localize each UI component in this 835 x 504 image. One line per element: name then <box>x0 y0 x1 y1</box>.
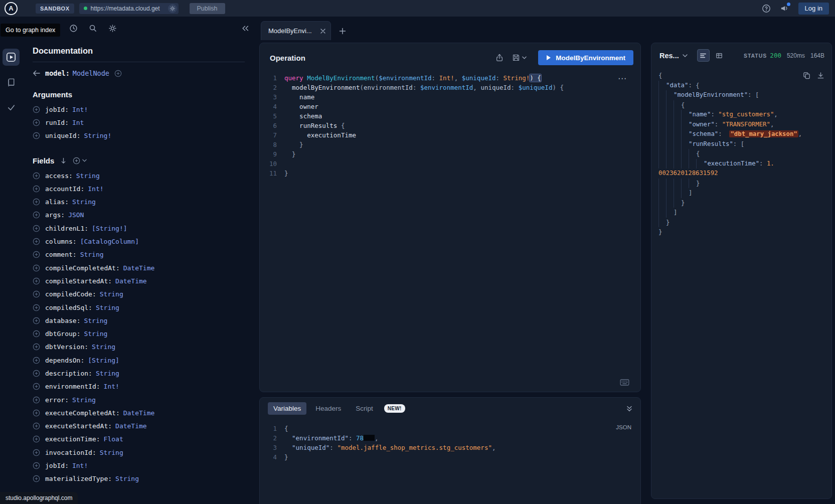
doc-field-row[interactable]: descriptionString <box>33 367 245 380</box>
doc-field-row[interactable]: materializedTypeString <box>33 472 245 485</box>
doc-field-row[interactable]: executionTimeFloat <box>33 433 245 446</box>
add-field-icon[interactable] <box>33 370 40 377</box>
code-token: query <box>284 74 303 82</box>
line-number: 7 <box>260 130 277 140</box>
add-field-icon[interactable] <box>33 330 40 338</box>
add-field-icon[interactable] <box>33 119 40 126</box>
doc-field-row[interactable]: dependsOn[String] <box>33 354 245 367</box>
collapse-panel-icon[interactable] <box>242 25 249 32</box>
save-operation-group[interactable] <box>512 54 527 62</box>
login-button[interactable]: Log in <box>798 3 829 15</box>
model-type-link[interactable]: ModelNode <box>73 69 109 77</box>
add-field-icon[interactable] <box>33 277 40 285</box>
variables-editor[interactable]: JSON 1{2 "environmentId": 78,3 "uniqueId… <box>260 418 640 504</box>
doc-field-row[interactable]: environmentIdInt! <box>33 380 245 393</box>
indent-guides <box>658 110 689 120</box>
response-chevron-icon[interactable] <box>683 54 688 57</box>
save-chevron-icon[interactable] <box>522 56 527 59</box>
add-field-icon[interactable] <box>33 475 40 482</box>
doc-field-row[interactable]: compileStartedAtDateTime <box>33 274 245 287</box>
keyboard-shortcuts-icon[interactable] <box>620 379 629 386</box>
doc-field-row[interactable]: executeCompletedAtDateTime <box>33 406 245 419</box>
add-field-icon[interactable] <box>33 462 40 469</box>
add-field-icon[interactable] <box>33 396 40 404</box>
help-icon[interactable] <box>762 4 771 13</box>
doc-field-row[interactable]: uniqueIdString! <box>33 129 245 142</box>
doc-field-row[interactable]: runIdInt <box>33 116 245 129</box>
add-field-icon[interactable] <box>33 357 40 364</box>
history-icon[interactable] <box>69 24 78 33</box>
response-title[interactable]: Res... <box>659 52 679 60</box>
doc-field-row[interactable]: dbtGroupString <box>33 327 245 340</box>
new-tab-icon[interactable] <box>339 28 346 35</box>
add-field-icon[interactable] <box>33 238 40 245</box>
add-field-icon[interactable] <box>33 211 40 219</box>
doc-field-row[interactable]: dbtVersionString <box>33 341 245 354</box>
add-field-icon[interactable] <box>33 343 40 351</box>
doc-field-row[interactable]: jobIdInt! <box>33 103 245 116</box>
endpoint-settings-icon[interactable] <box>168 4 177 13</box>
publish-button[interactable]: Publish <box>190 3 225 14</box>
add-model-icon[interactable] <box>114 70 122 77</box>
doc-field-row[interactable]: commentString <box>33 248 245 261</box>
endpoint-url-input[interactable]: https://metadata.cloud.get <box>79 3 179 14</box>
line-number: 4 <box>260 102 277 111</box>
doc-field-row[interactable]: argsJSON <box>33 209 245 222</box>
formatted-view-toggle[interactable] <box>697 49 710 62</box>
doc-field-row[interactable]: accessString <box>33 169 245 182</box>
explorer-icon[interactable] <box>3 49 20 66</box>
add-field-icon[interactable] <box>33 185 40 193</box>
checklist-icon[interactable] <box>3 99 20 116</box>
add-field-icon[interactable] <box>33 106 40 113</box>
sort-fields-icon[interactable] <box>61 157 66 164</box>
add-field-icon[interactable] <box>33 251 40 258</box>
save-icon[interactable] <box>512 54 520 62</box>
announcements-icon[interactable] <box>780 4 788 13</box>
operation-editor[interactable]: ⋯ 1query ModelByEnvironment($environment… <box>260 70 640 392</box>
add-field-icon[interactable] <box>33 132 40 139</box>
add-field-icon[interactable] <box>33 198 40 206</box>
doc-field-row[interactable]: compiledCodeString <box>33 288 245 301</box>
add-field-icon[interactable] <box>33 172 40 180</box>
download-response-icon[interactable] <box>817 72 824 79</box>
doc-field-row[interactable]: databaseString <box>33 314 245 327</box>
add-field-icon[interactable] <box>33 317 40 324</box>
search-icon[interactable] <box>89 24 97 33</box>
doc-field-row[interactable]: columns[CatalogColumn] <box>33 235 245 248</box>
apollo-logo[interactable]: A <box>5 2 18 15</box>
add-field-icon[interactable] <box>33 383 40 390</box>
add-field-icon[interactable] <box>33 449 40 456</box>
collapse-variables-icon[interactable] <box>626 406 632 412</box>
share-icon[interactable] <box>495 54 504 62</box>
doc-field-row[interactable]: jobIdInt! <box>33 459 245 472</box>
doc-field-row[interactable]: aliasString <box>33 195 245 208</box>
add-field-icon[interactable] <box>33 290 40 298</box>
add-field-icon[interactable] <box>33 435 40 443</box>
add-field-icon[interactable] <box>33 409 40 417</box>
add-field-icon[interactable] <box>33 225 40 232</box>
tab-headers[interactable]: Headers <box>310 402 347 415</box>
doc-field-row[interactable]: compiledSqlString <box>33 301 245 314</box>
doc-field-row[interactable]: executeStartedAtDateTime <box>33 420 245 433</box>
doc-field-row[interactable]: accountIdInt! <box>33 182 245 195</box>
doc-field-row[interactable]: compileCompletedAtDateTime <box>33 261 245 274</box>
indent-guides <box>658 188 689 198</box>
tab-script[interactable]: Script <box>350 402 379 415</box>
operation-tab[interactable]: ModelByEnvi... <box>261 21 331 40</box>
add-field-icon[interactable] <box>33 304 40 311</box>
doc-field-row[interactable]: errorString <box>33 393 245 406</box>
add-field-icon[interactable] <box>33 264 40 272</box>
table-view-toggle[interactable] <box>713 49 726 62</box>
doc-field-row[interactable]: childrenL1[String!] <box>33 222 245 235</box>
run-operation-button[interactable]: ModelByEnvironment <box>538 50 633 65</box>
copy-response-icon[interactable] <box>803 72 810 79</box>
close-tab-icon[interactable] <box>320 29 325 34</box>
settings-icon[interactable] <box>108 24 117 33</box>
overflow-menu-icon[interactable]: ⋯ <box>618 73 626 84</box>
back-arrow-icon[interactable] <box>33 70 40 76</box>
doc-field-row[interactable]: invocationIdString <box>33 446 245 459</box>
tab-variables[interactable]: Variables <box>268 402 306 415</box>
add-field-icon[interactable] <box>33 422 40 430</box>
add-all-fields-icon[interactable] <box>73 157 87 164</box>
schema-icon[interactable] <box>3 74 20 91</box>
